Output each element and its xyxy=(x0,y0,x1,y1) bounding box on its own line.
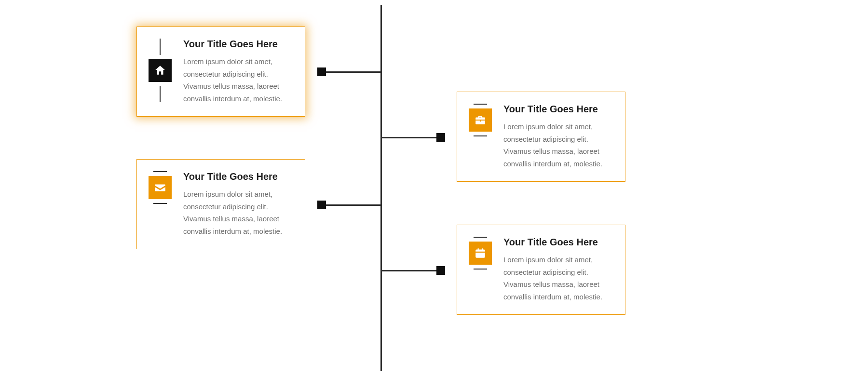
card-content: Your Title Goes Here Lorem ipsum dolor s… xyxy=(503,104,613,170)
timeline-card: Your Title Goes Here Lorem ipsum dolor s… xyxy=(136,159,305,249)
connector-line xyxy=(381,137,445,138)
card-title: Your Title Goes Here xyxy=(183,171,293,182)
connector-node xyxy=(317,201,326,209)
card-body: Lorem ipsum dolor sit amet, consectetur … xyxy=(503,254,613,303)
tick-mark xyxy=(160,86,161,102)
tick-mark xyxy=(474,237,487,238)
calendar-icon xyxy=(469,242,492,265)
timeline-axis xyxy=(380,5,382,371)
card-title: Your Title Goes Here xyxy=(503,104,613,115)
connector-node xyxy=(317,67,326,76)
icon-column xyxy=(466,104,495,136)
tick-mark xyxy=(474,135,487,136)
timeline-card: Your Title Goes Here Lorem ipsum dolor s… xyxy=(457,225,625,315)
card-title: Your Title Goes Here xyxy=(503,237,613,248)
icon-column xyxy=(466,237,495,270)
briefcase-icon xyxy=(469,108,492,132)
tick-mark xyxy=(153,203,167,204)
connector-node xyxy=(436,266,445,275)
connector-line xyxy=(381,270,445,271)
tick-mark xyxy=(160,39,161,55)
card-title: Your Title Goes Here xyxy=(183,39,293,50)
card-content: Your Title Goes Here Lorem ipsum dolor s… xyxy=(183,39,293,105)
connector-line xyxy=(317,204,381,206)
tick-mark xyxy=(153,171,167,172)
home-icon xyxy=(149,59,172,82)
tick-mark xyxy=(474,104,487,105)
card-body: Lorem ipsum dolor sit amet, consectetur … xyxy=(183,188,293,237)
card-content: Your Title Goes Here Lorem ipsum dolor s… xyxy=(183,171,293,237)
mail-icon xyxy=(149,176,172,199)
card-body: Lorem ipsum dolor sit amet, consectetur … xyxy=(503,121,613,170)
card-body: Lorem ipsum dolor sit amet, consectetur … xyxy=(183,55,293,105)
timeline-card: Your Title Goes Here Lorem ipsum dolor s… xyxy=(457,92,625,182)
connector-line xyxy=(317,71,381,73)
tick-mark xyxy=(474,269,487,270)
icon-column xyxy=(146,39,175,102)
connector-node xyxy=(436,133,445,142)
icon-column xyxy=(146,171,175,204)
timeline-card: Your Title Goes Here Lorem ipsum dolor s… xyxy=(136,27,305,117)
card-content: Your Title Goes Here Lorem ipsum dolor s… xyxy=(503,237,613,303)
